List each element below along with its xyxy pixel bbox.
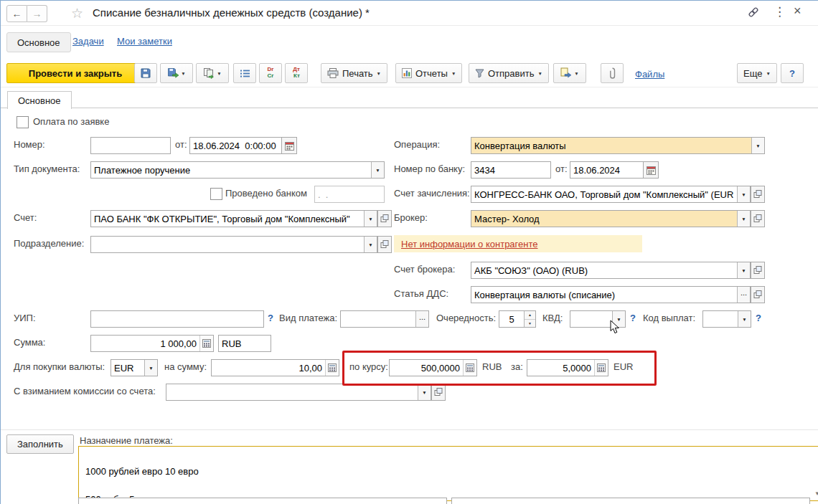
bank-number-field[interactable] — [471, 161, 551, 179]
clipped-field-right[interactable] — [451, 498, 810, 504]
print-button[interactable]: Печать ▼ — [321, 63, 387, 83]
bank-date-field[interactable] — [570, 161, 644, 179]
broker-account-combobox[interactable]: ▼ — [471, 262, 751, 279]
uip-field[interactable] — [90, 310, 264, 328]
list-icon — [240, 68, 250, 79]
chevron-down-icon[interactable]: ▼ — [737, 186, 750, 202]
chevron-down-icon[interactable]: ▼ — [737, 262, 750, 278]
back-button[interactable]: ← — [6, 5, 27, 22]
save-button[interactable] — [134, 63, 157, 83]
stepper-arrows[interactable]: ▲▼ — [524, 311, 535, 327]
create-copy-button[interactable]: ▼ — [196, 63, 229, 83]
uip-label: УИП: — [14, 310, 36, 326]
fill-button[interactable]: Заполнить — [6, 434, 74, 454]
doc-type-combobox[interactable]: ▼ — [90, 161, 385, 179]
counterparty-warning: Нет информации о контрагенте — [394, 235, 642, 252]
post-document-icon — [167, 67, 179, 79]
chevron-down-icon[interactable]: ▼ — [737, 211, 750, 227]
create-based-on-button[interactable]: ▼ — [553, 63, 586, 83]
scroll-down-icon[interactable]: ▼ — [814, 490, 818, 498]
files-link[interactable]: Файлы — [635, 67, 664, 82]
per-label: за: — [511, 359, 523, 375]
operation-combobox[interactable]: ▼ — [471, 137, 765, 154]
payout-code-combobox[interactable]: ▼ — [702, 310, 751, 328]
calculator-icon[interactable] — [463, 360, 476, 376]
post-and-close-button[interactable]: Провести и закрыть — [6, 63, 144, 83]
close-icon[interactable]: × — [794, 4, 801, 19]
bank-posted-checkbox[interactable] — [210, 188, 222, 200]
buy-currency-combobox[interactable]: ▼ — [111, 359, 158, 376]
chevron-down-icon[interactable]: ▼ — [612, 311, 625, 327]
chevron-down-icon[interactable]: ▼ — [364, 237, 377, 252]
form-tab-main[interactable]: Основное — [7, 91, 72, 109]
dt-kt-movements-button[interactable]: ДтКт — [285, 63, 308, 83]
kebab-menu-icon[interactable]: ⋮ — [774, 4, 786, 19]
funnel-icon — [475, 69, 484, 78]
buy-amount-field[interactable] — [211, 359, 339, 376]
buy-amount-label: на сумму: — [164, 359, 207, 375]
dr-cr-movements-button[interactable]: DrCr — [259, 63, 282, 83]
chevron-down-icon[interactable]: ▼ — [738, 311, 751, 327]
dds-article-open-button[interactable] — [751, 286, 765, 303]
priority-stepper[interactable]: ▲▼ — [499, 310, 536, 328]
chevron-down-icon[interactable]: ▼ — [144, 360, 157, 376]
calculator-icon[interactable] — [325, 360, 339, 376]
purpose-textarea[interactable]: 1000 рублей евро 10 евро 500 руб = 5 евр… — [78, 446, 818, 501]
division-open-button[interactable] — [377, 236, 392, 253]
step-up-icon[interactable]: ▲ — [525, 311, 535, 320]
kvd-combobox[interactable]: ▼ — [570, 310, 626, 328]
bank-date-calendar-button[interactable] — [643, 161, 659, 179]
kvd-help-icon[interactable]: ? — [630, 310, 636, 326]
chevron-down-icon[interactable]: ▼ — [751, 138, 764, 153]
rate-label: по курсу: — [349, 359, 388, 375]
account-combobox[interactable]: ▼ — [90, 210, 377, 227]
date-field[interactable] — [189, 137, 283, 154]
date-calendar-button[interactable] — [281, 137, 297, 154]
nav-tab-main[interactable]: Основное — [6, 32, 71, 52]
post-document-button[interactable]: ▼ — [160, 63, 193, 83]
rate-field[interactable] — [389, 359, 477, 376]
attachments-button[interactable] — [601, 63, 624, 83]
dds-article-combobox[interactable]: ... — [471, 286, 751, 303]
per-amount-field[interactable] — [527, 359, 608, 376]
credit-account-open-button[interactable] — [751, 186, 765, 203]
forward-button[interactable]: → — [27, 5, 47, 22]
calculator-icon[interactable] — [199, 336, 213, 351]
nav-link-notes[interactable]: Мои заметки — [117, 34, 172, 49]
division-combobox[interactable]: ▼ — [90, 236, 377, 253]
broker-open-button[interactable] — [751, 210, 765, 227]
counterparty-warning-link[interactable]: Нет информации о контрагенте — [401, 239, 538, 249]
commission-combobox[interactable]: ▼ — [166, 384, 431, 401]
favorite-star-icon[interactable]: ☆ — [71, 5, 83, 22]
back-arrow-icon: ← — [12, 8, 22, 19]
amount-currency-field[interactable] — [218, 335, 271, 352]
uip-help-icon[interactable]: ? — [268, 310, 273, 326]
bank-posted-date-field[interactable] — [314, 186, 385, 203]
step-down-icon[interactable]: ▼ — [525, 320, 535, 328]
reports-button[interactable]: Отчеты ▼ — [395, 63, 462, 83]
payout-code-help-icon[interactable]: ? — [756, 310, 761, 326]
send-button[interactable]: Отправить ▼ — [469, 63, 549, 83]
show-list-button[interactable] — [233, 63, 256, 83]
copy-link-icon[interactable] — [747, 6, 760, 19]
credit-account-combobox[interactable]: ▼ — [471, 186, 751, 203]
broker-account-open-button[interactable] — [751, 262, 765, 279]
ellipsis-choose-icon[interactable]: ... — [415, 311, 428, 327]
create-based-on-icon — [560, 67, 572, 79]
help-button[interactable]: ? — [781, 63, 804, 83]
payment-by-request-checkbox[interactable] — [17, 116, 29, 128]
commission-open-button[interactable] — [431, 384, 446, 401]
calculator-icon[interactable] — [594, 360, 608, 376]
broker-combobox[interactable]: ▼ — [471, 210, 751, 227]
clipped-field-left[interactable] — [78, 498, 447, 504]
chevron-down-icon[interactable]: ▼ — [364, 211, 377, 227]
nav-link-tasks[interactable]: Задачи — [72, 34, 104, 49]
chevron-down-icon[interactable]: ▼ — [371, 162, 384, 178]
ellipsis-choose-icon[interactable]: ... — [737, 287, 750, 303]
chevron-down-icon[interactable]: ▼ — [418, 384, 431, 400]
payment-kind-field[interactable]: ... — [340, 310, 429, 328]
amount-field[interactable] — [90, 335, 214, 352]
account-open-button[interactable] — [377, 210, 392, 227]
number-field[interactable] — [90, 137, 171, 154]
more-button[interactable]: Еще ▼ — [737, 63, 777, 83]
